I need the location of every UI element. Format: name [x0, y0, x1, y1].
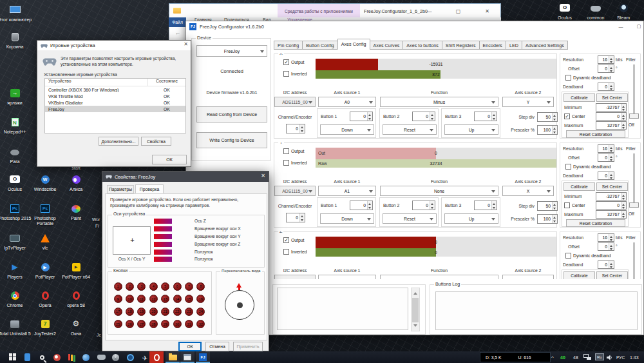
- explorer-titlebar[interactable]: Средства работы с приложениями FreeJoy.C…: [169, 3, 501, 17]
- axis-z-resolution-spinner[interactable]: 16: [598, 233, 614, 242]
- axis-y-minimum-spinner[interactable]: -32767: [596, 192, 627, 201]
- tab-advanced-settings[interactable]: Advanced Settings: [522, 41, 568, 50]
- tab-pin-config[interactable]: Pin Config: [274, 41, 303, 50]
- desktop-icon-этот-компьютер[interactable]: Этот компьютер: [0, 5, 33, 23]
- taskbar-photos-button[interactable]: [64, 351, 79, 363]
- axis-z-output-checkbox[interactable]: ✓Output: [283, 237, 304, 243]
- axis-y-offset-spinner[interactable]: 0: [598, 153, 614, 162]
- axis-y-filter-slider[interactable]: [629, 202, 639, 208]
- desktop-icon-paint[interactable]: Paint: [58, 204, 94, 221]
- properties-button[interactable]: Свойства: [141, 137, 171, 146]
- tab-button-config[interactable]: Button Config: [302, 41, 338, 50]
- properties-ok-button[interactable]: ОК: [178, 342, 202, 351]
- axis-z-dynamic-deadband-checkbox[interactable]: Dynamic deadband: [565, 253, 611, 259]
- explorer-minimize-button[interactable]: —: [415, 4, 444, 18]
- axis-y-func-dropdown[interactable]: None: [380, 186, 498, 196]
- table-row-vkb-throttle-mod[interactable]: VKB Throttle ModOK: [45, 93, 185, 99]
- taskbar-red-app-button[interactable]: [50, 351, 64, 363]
- tab-axes-to-buttons[interactable]: Axes to buttons: [402, 41, 442, 50]
- explorer-contextual-tab[interactable]: Средства работы с приложениями: [278, 4, 360, 18]
- tab-axes-curves[interactable]: Axes Curves: [370, 41, 404, 50]
- axis-y-button1-action-dropdown[interactable]: Down: [320, 213, 374, 224]
- axis-y-src1-dropdown[interactable]: A1: [318, 186, 376, 196]
- desktop-icon-корзина[interactable]: Корзина: [0, 32, 33, 50]
- explorer-back-button[interactable]: ←: [169, 27, 186, 40]
- write-config-button[interactable]: Write Config to Device: [196, 132, 267, 148]
- volume-icon[interactable]: [607, 351, 613, 363]
- desktop-icon-potplayer-x64[interactable]: ▶PotPlayer x64: [58, 262, 94, 280]
- game-devices-close-button[interactable]: ✕: [184, 41, 188, 47]
- taskbar-opera-button[interactable]: [149, 351, 164, 363]
- axis-x-center-spinner[interactable]: 0: [596, 112, 627, 121]
- axis-x-center-checkbox[interactable]: ✓Center: [564, 113, 585, 119]
- axis-z-src2-dropdown[interactable]: [502, 275, 554, 279]
- axis-y-i2c-dropdown[interactable]: ADS1115_00: [274, 186, 316, 196]
- axis-z-set-center-button[interactable]: Set Center: [596, 271, 628, 279]
- axis-z-func-dropdown[interactable]: [380, 275, 498, 279]
- axis-y-maximum-spinner[interactable]: 32767: [596, 210, 627, 219]
- axis-y-set-center-button[interactable]: Set Center: [596, 182, 628, 191]
- axis-y-button2-action-dropdown[interactable]: Reset: [383, 213, 437, 224]
- axis-x-src1-dropdown[interactable]: A0: [318, 97, 376, 107]
- taskbar-blue-globe-button[interactable]: [79, 351, 93, 363]
- table-row-vkbsim-gladiator[interactable]: VKBsim GladiatorOK: [45, 99, 185, 106]
- tray-clock[interactable]: 1:43: [630, 351, 639, 363]
- axis-x-button2-action-dropdown[interactable]: Reset: [383, 124, 437, 135]
- freejoy-minimize-button[interactable]: —: [614, 22, 628, 31]
- axis-y-reset-calibration-button[interactable]: Reset Calibration: [566, 219, 625, 227]
- axis-y-button1-spinner[interactable]: 0: [350, 201, 373, 210]
- axis-x-set-center-button[interactable]: Set Center: [596, 93, 628, 102]
- axis-x-src2-dropdown[interactable]: Y: [502, 97, 554, 107]
- desktop-icon-opera-58[interactable]: opera 58: [58, 291, 94, 308]
- axis-x-maximum-spinner[interactable]: 32767: [596, 121, 627, 130]
- desktop-icon-notepad-[interactable]: NNotepad++: [0, 117, 33, 135]
- table-row-controller-xbox-360-for-windows-[interactable]: Controller (XBOX 360 For Windows)OK: [45, 86, 185, 93]
- axis-x-output-checkbox[interactable]: ✓Output: [283, 59, 304, 65]
- axis-z-inverted-checkbox[interactable]: Inverted: [283, 249, 307, 255]
- axis-x-dynamic-deadband-checkbox[interactable]: Dynamic deadband: [565, 75, 611, 81]
- axis-z-offset-spinner[interactable]: 0: [598, 242, 614, 251]
- desktop-icon-vlc[interactable]: vlc: [27, 233, 63, 251]
- tab-test[interactable]: Проверка: [135, 184, 164, 193]
- axis-y-src2-dropdown[interactable]: X: [502, 186, 554, 196]
- buttons-log-textarea[interactable]: [435, 291, 638, 330]
- properties-cancel-button[interactable]: Отмена: [205, 342, 229, 351]
- taskbar-gamepad-button[interactable]: [94, 351, 108, 363]
- properties-apply-button[interactable]: Применить: [233, 342, 263, 351]
- axis-y-center-checkbox[interactable]: Center: [564, 202, 585, 208]
- table-row-freejoy[interactable]: FreeJoyOK: [45, 106, 185, 112]
- network-traffic-monitor[interactable]: D: 3,5 K U: 616: [480, 352, 551, 362]
- axis-z-deadband-spinner[interactable]: 0: [598, 260, 614, 269]
- axis-x-stepdiv-spinner[interactable]: 50: [537, 112, 558, 122]
- axis-x-button1-action-dropdown[interactable]: Down: [320, 124, 374, 135]
- tab-shift-registers[interactable]: Shift Registers: [442, 41, 480, 50]
- desktop-icon-окна[interactable]: ⚙Окна: [58, 319, 94, 337]
- advanced-button[interactable]: Дополнительно...: [99, 137, 138, 146]
- axis-y-inverted-checkbox[interactable]: Inverted: [283, 160, 307, 166]
- axis-z-i2c-dropdown[interactable]: [274, 275, 316, 279]
- explorer-close-button[interactable]: ✕: [473, 4, 502, 18]
- device-select-dropdown[interactable]: FreeJoy: [196, 45, 267, 57]
- axis-y-prescaler-spinner[interactable]: 100: [537, 214, 558, 224]
- axis-x-reset-calibration-button[interactable]: Reset Calibration: [566, 130, 625, 138]
- axis-x-minimum-spinner[interactable]: -32767: [596, 103, 627, 112]
- axis-x-inverted-checkbox[interactable]: Inverted: [283, 71, 307, 77]
- explorer-file-tab[interactable]: Файл: [169, 17, 186, 27]
- axis-y-deadband-spinner[interactable]: 0: [598, 172, 614, 180]
- tray-language[interactable]: РУС: [616, 351, 625, 363]
- taskbar-game-devices-button[interactable]: [180, 351, 194, 363]
- axis-y-channel-spinner[interactable]: 0: [286, 213, 305, 222]
- devices-table[interactable]: Устройство Состояние Controller (XBOX 36…: [44, 78, 186, 133]
- network-icon[interactable]: [583, 351, 591, 363]
- tray-expand-chevron[interactable]: ^: [551, 351, 554, 363]
- tab-axes-config[interactable]: Axes Config: [337, 39, 370, 50]
- properties-titlebar[interactable]: Свойства: FreeJoy ✕: [102, 172, 269, 182]
- desktop-icon-алиса[interactable]: Алиса: [58, 175, 94, 192]
- tray-lang-badge[interactable]: Ru: [595, 353, 604, 360]
- taskbar-explorer-button[interactable]: [166, 351, 180, 363]
- properties-close-button[interactable]: ✕: [261, 173, 265, 179]
- axis-x-i2c-dropdown[interactable]: ADS1115_00: [274, 97, 316, 107]
- taskbar-gray-app-button[interactable]: [108, 351, 122, 363]
- axis-x-filter-slider[interactable]: [629, 113, 639, 119]
- axis-x-prescaler-spinner[interactable]: 100: [537, 125, 558, 135]
